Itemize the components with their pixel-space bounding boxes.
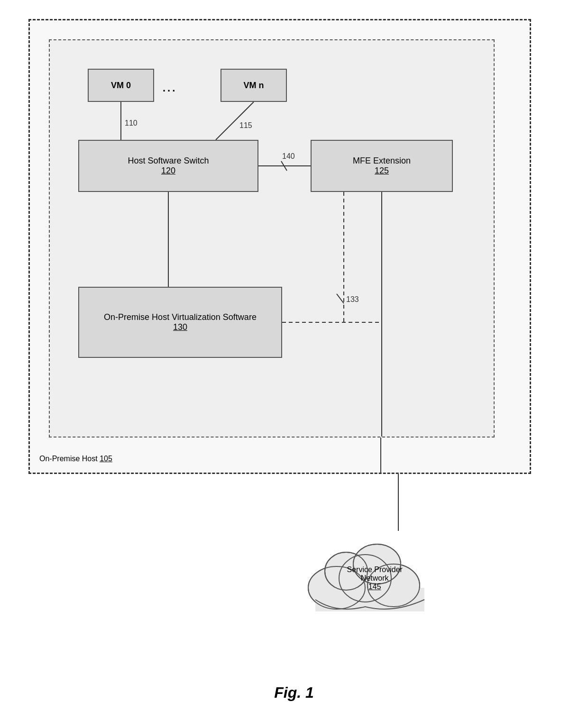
svg-line-7: [337, 294, 344, 303]
spn-number: 145: [337, 583, 413, 591]
ophvs-box: On-Premise Host Virtualization Software …: [78, 287, 282, 358]
inner-premise-box: VM 0 ... VM n Host Software Switch 120 M…: [49, 39, 495, 438]
ophvs-label: On-Premise Host Virtualization Software: [94, 312, 266, 322]
vmn-box: VM n: [220, 69, 287, 102]
spn-label: Service Provider Network: [337, 565, 413, 583]
vm0-box: VM 0: [88, 69, 154, 102]
label-140: 140: [282, 152, 295, 160]
on-premise-text: On-Premise Host: [39, 455, 98, 463]
on-premise-label: On-Premise Host 105: [39, 455, 112, 463]
on-premise-number: 105: [100, 455, 112, 463]
hss-label: Host Software Switch: [128, 156, 209, 166]
label-133: 133: [346, 295, 359, 303]
svg-line-1: [216, 102, 254, 140]
mfe-number: 125: [375, 166, 389, 176]
ellipsis: ...: [163, 82, 177, 94]
label-115: 115: [239, 121, 252, 129]
spn-text: Service Provider Network 145: [337, 565, 413, 591]
fig-caption-text: Fig. 1: [274, 684, 314, 701]
ophvs-number: 130: [173, 322, 187, 332]
hss-box: Host Software Switch 120: [78, 140, 258, 192]
mfe-box: MFE Extension 125: [311, 140, 453, 192]
spn-cloud-container: Service Provider Network 145: [289, 526, 450, 621]
svg-line-3: [281, 161, 287, 171]
vm0-label: VM 0: [111, 81, 131, 91]
hss-number: 120: [161, 166, 175, 176]
vmn-label: VM n: [244, 81, 264, 91]
mfe-label: MFE Extension: [353, 156, 411, 166]
label-110: 110: [125, 119, 138, 127]
outer-premise-box: VM 0 ... VM n Host Software Switch 120 M…: [28, 19, 531, 474]
fig-caption: Fig. 1: [0, 684, 588, 702]
